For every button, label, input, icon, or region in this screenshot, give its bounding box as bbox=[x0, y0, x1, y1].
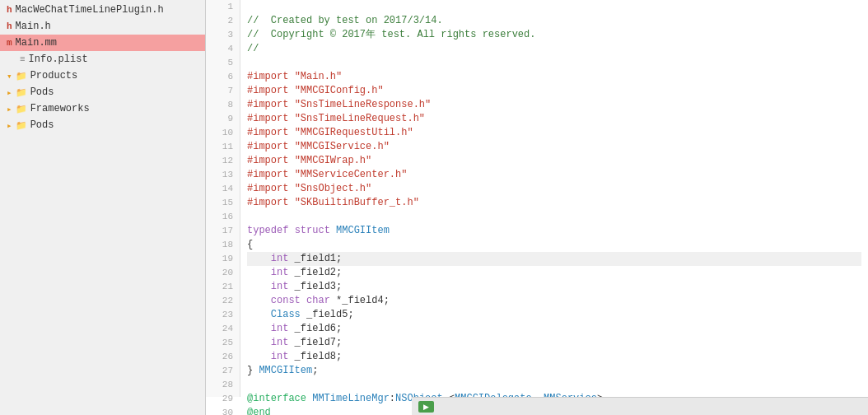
code-line: // Copyright © 2017年 test. All rights re… bbox=[247, 28, 861, 42]
code-line: #import "SnsObject.h" bbox=[247, 182, 861, 196]
line-numbers: 1 2 3 4 5 6 7 8 9 10 11 12 13 14 15 16 1… bbox=[206, 0, 240, 397]
run-button[interactable]: ▶ bbox=[418, 401, 434, 413]
sidebar: h MacWeChatTimeLinePlugin.h h Main.h m M… bbox=[0, 0, 206, 415]
sidebar-item-pods2[interactable]: ▸ 📁 Pods bbox=[0, 117, 205, 133]
sidebar-item-label: Frameworks bbox=[30, 103, 90, 114]
h-icon: h bbox=[7, 21, 12, 31]
code-line: const char *_field4; bbox=[247, 294, 861, 308]
folder-icon: 📁 bbox=[16, 87, 27, 98]
code-line: #import "MMCGIService.h" bbox=[247, 140, 861, 154]
folder-closed-icon: ▸ bbox=[7, 87, 12, 98]
code-line: int _field8; bbox=[247, 350, 861, 364]
code-line: int _field3; bbox=[247, 280, 861, 294]
code-line: #import "MMServiceCenter.h" bbox=[247, 168, 861, 182]
code-line: #import "MMCGIRequestUtil.h" bbox=[247, 126, 861, 140]
code-line: { bbox=[247, 238, 861, 252]
code-line bbox=[247, 210, 861, 224]
folder-icon: 📁 bbox=[16, 120, 27, 131]
code-line bbox=[247, 0, 861, 14]
sidebar-item-mainmm[interactable]: m Main.mm bbox=[0, 35, 205, 51]
sidebar-item-pods1[interactable]: ▸ 📁 Pods bbox=[0, 84, 205, 100]
sidebar-item-label: MacWeChatTimeLinePlugin.h bbox=[16, 4, 164, 16]
code-line: int _field7; bbox=[247, 336, 861, 350]
code-editor: 1 2 3 4 5 6 7 8 9 10 11 12 13 14 15 16 1… bbox=[206, 0, 868, 415]
plist-icon: ≡ bbox=[20, 54, 26, 64]
folder-closed-icon: ▸ bbox=[7, 120, 12, 131]
code-line: int _field2; bbox=[247, 266, 861, 280]
code-line: int _field6; bbox=[247, 322, 861, 336]
sidebar-item-label: Main.mm bbox=[16, 37, 57, 49]
folder-icon: 📁 bbox=[16, 104, 27, 114]
code-line: } MMCGIItem; bbox=[247, 364, 861, 378]
mm-icon: m bbox=[7, 38, 12, 48]
code-line: Class _field5; bbox=[247, 308, 861, 322]
code-line: #import "MMCGIConfig.h" bbox=[247, 84, 861, 98]
sidebar-item-infoplist[interactable]: ≡ Info.plist bbox=[0, 51, 205, 68]
sidebar-item-label: Info.plist bbox=[29, 54, 88, 65]
sidebar-item-label: Pods bbox=[30, 86, 54, 98]
sidebar-item-label: Products bbox=[30, 70, 78, 82]
code-lines[interactable]: // Created by test on 2017/3/14. // Copy… bbox=[240, 0, 868, 397]
sidebar-item-macwechat[interactable]: h MacWeChatTimeLinePlugin.h bbox=[0, 2, 205, 18]
code-line bbox=[247, 378, 861, 392]
sidebar-item-label: Main.h bbox=[16, 21, 51, 32]
code-line: #import "SnsTimeLineResponse.h" bbox=[247, 98, 861, 112]
code-line: // Created by test on 2017/3/14. bbox=[247, 14, 861, 28]
bottom-bar: ▶ bbox=[412, 397, 868, 415]
code-line: #import "MMCGIWrap.h" bbox=[247, 154, 861, 168]
sidebar-item-mainh[interactable]: h Main.h bbox=[0, 18, 205, 35]
code-line: #import "SKBuiltinBuffer_t.h" bbox=[247, 196, 861, 210]
code-line: int _field1; bbox=[247, 252, 861, 266]
code-line: typedef struct MMCGIItem bbox=[247, 224, 861, 238]
h-icon: h bbox=[7, 5, 12, 15]
code-line: #import "SnsTimeLineRequest.h" bbox=[247, 112, 861, 126]
sidebar-item-products[interactable]: ▾ 📁 Products bbox=[0, 68, 205, 84]
folder-open-icon: ▾ bbox=[7, 71, 12, 82]
play-icon: ▶ bbox=[423, 403, 429, 411]
sidebar-item-frameworks[interactable]: ▸ 📁 Frameworks bbox=[0, 100, 205, 117]
folder-icon: 📁 bbox=[16, 71, 27, 82]
sidebar-item-label: Pods bbox=[30, 119, 54, 131]
code-line: // bbox=[247, 42, 861, 56]
code-line: #import "Main.h" bbox=[247, 70, 861, 84]
folder-closed-icon: ▸ bbox=[7, 104, 12, 114]
code-line bbox=[247, 56, 861, 70]
